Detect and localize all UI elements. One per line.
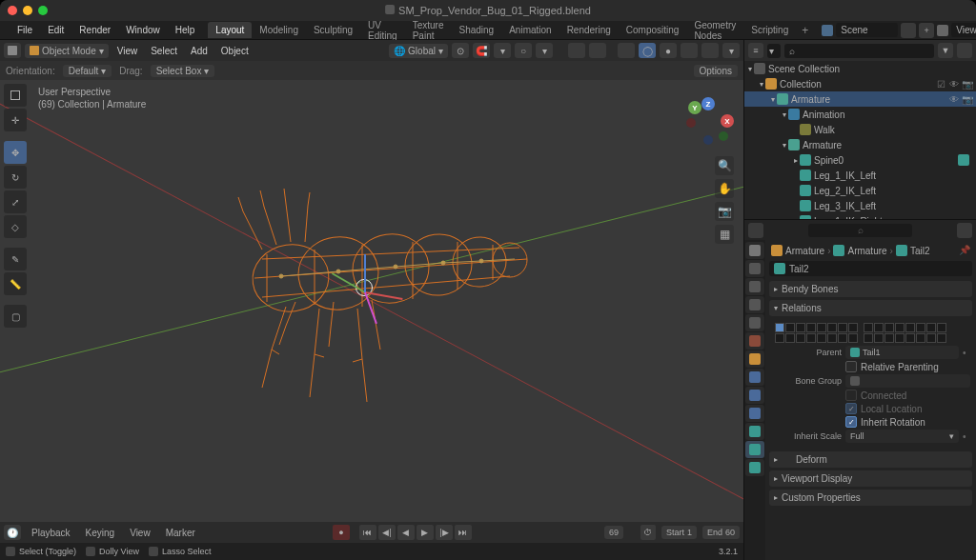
snap-options[interactable]: ▾ <box>494 43 511 58</box>
outliner-bone-spine0[interactable]: ▸ Spine0 <box>744 152 976 168</box>
workspace-compositing[interactable]: Compositing <box>619 22 687 38</box>
viewport-menu-select[interactable]: Select <box>146 44 182 58</box>
outliner-scene-collection[interactable]: ▾ Scene Collection <box>744 61 976 76</box>
keyframe-next-button[interactable]: |▶ <box>436 525 453 540</box>
bc-bone[interactable]: Tail2 <box>910 246 930 256</box>
timeline-editor-type[interactable]: 🕐 <box>4 525 21 540</box>
maximize-window-button[interactable] <box>38 6 48 15</box>
tab-output[interactable] <box>745 278 764 295</box>
render-icon[interactable]: 📷 <box>962 94 972 105</box>
panel-bendy-bones[interactable]: ▸Bendy Bones <box>769 281 972 297</box>
viewport-menu-add[interactable]: Add <box>186 44 213 58</box>
tab-bone[interactable] <box>745 441 764 458</box>
viewlayer-selector[interactable]: ViewLayer <box>951 23 976 37</box>
axis-y-negative[interactable] <box>719 131 728 141</box>
panel-relations[interactable]: ▾Relations <box>769 300 972 316</box>
jump-end-button[interactable]: ⏭ <box>455 525 472 540</box>
navigation-gizmo[interactable]: X Y Z <box>684 97 736 149</box>
scene-selector[interactable]: Scene <box>836 23 898 37</box>
timeline-marker-menu[interactable]: Marker <box>161 526 200 540</box>
proportional-falloff[interactable]: ▾ <box>536 43 553 58</box>
workspace-layout[interactable]: Layout <box>208 22 252 38</box>
preview-range-toggle[interactable]: ⏱ <box>640 525 656 540</box>
workspace-modeling[interactable]: Modeling <box>252 22 306 38</box>
workspace-scripting[interactable]: Scripting <box>743 22 796 38</box>
tab-scene[interactable] <box>745 314 764 331</box>
tab-physics[interactable] <box>745 387 764 404</box>
deform-checkbox[interactable] <box>782 454 792 465</box>
camera-view-button[interactable]: 📷 <box>715 202 734 221</box>
axis-z-positive[interactable]: Z <box>702 97 715 110</box>
outliner-display-mode[interactable]: ▾ <box>767 44 781 58</box>
xray-toggle[interactable] <box>618 43 635 58</box>
tool-rotate[interactable]: ↻ <box>4 166 27 189</box>
transform-orientation[interactable]: 🌐Global▾ <box>389 44 448 58</box>
tab-tool[interactable] <box>745 242 764 259</box>
tool-move[interactable]: ✥ <box>4 141 27 164</box>
zoom-button[interactable]: 🔍 <box>715 156 734 175</box>
outliner-collection[interactable]: ▾ Collection ☑👁📷 <box>744 76 976 91</box>
outliner-action-walk[interactable]: Walk <box>744 122 976 137</box>
workspace-rendering[interactable]: Rendering <box>559 22 619 38</box>
tab-world[interactable] <box>745 332 764 350</box>
tab-render[interactable] <box>745 260 764 277</box>
parent-bone-field[interactable]: Tail1 <box>845 346 959 359</box>
bc-armature-obj[interactable]: Armature <box>785 246 824 256</box>
inherit-rotation-checkbox[interactable] <box>845 416 857 428</box>
tab-constraints[interactable] <box>745 405 764 422</box>
gizmo-z-axis[interactable] <box>364 254 366 292</box>
properties-editor-type[interactable] <box>748 223 763 238</box>
tool-cursor[interactable]: ✛ <box>4 109 27 131</box>
properties-search[interactable]: ⌕ <box>808 224 912 237</box>
timeline-keying-menu[interactable]: Keying <box>81 526 120 540</box>
play-button[interactable]: ▶ <box>417 525 434 540</box>
current-frame-field[interactable]: 69 <box>604 526 623 539</box>
scene-browse-button[interactable] <box>901 23 916 38</box>
menu-file[interactable]: File <box>11 23 38 37</box>
workspace-sculpting[interactable]: Sculpting <box>306 22 360 38</box>
properties-options[interactable] <box>957 223 972 238</box>
bc-armature-data[interactable]: Armature <box>847 246 886 256</box>
orientation-dropdown[interactable]: Default ▾ <box>63 65 112 77</box>
add-workspace-button[interactable]: + <box>796 24 814 37</box>
tab-modifier[interactable] <box>745 369 764 386</box>
auto-keying-toggle[interactable]: ● <box>333 525 350 540</box>
axis-y-positive[interactable]: Y <box>688 101 702 114</box>
exclude-icon[interactable]: ☑ <box>937 79 947 90</box>
axis-x-negative[interactable] <box>686 118 696 128</box>
panel-viewport-display[interactable]: ▸Viewport Display <box>769 470 972 487</box>
viewport-3d[interactable]: User Perspective (69) Collection | Armat… <box>0 80 743 522</box>
bone-name-field[interactable]: Tail2 <box>769 261 972 276</box>
shading-material[interactable] <box>681 43 698 58</box>
timeline-view-menu[interactable]: View <box>125 526 155 540</box>
menu-window[interactable]: Window <box>120 23 166 37</box>
panel-custom-properties[interactable]: ▸Custom Properties <box>769 490 972 506</box>
play-reverse-button[interactable]: ◀ <box>397 525 415 540</box>
outliner-editor-type[interactable]: ≡ <box>748 43 763 58</box>
outliner-bone-leg3l[interactable]: Leg_3_IK_Left <box>744 198 976 213</box>
tool-add-primitive[interactable]: ▢ <box>4 305 27 328</box>
keyframe-prev-button[interactable]: ◀| <box>378 525 396 540</box>
axis-z-negative[interactable] <box>703 135 713 145</box>
jump-start-button[interactable]: ⏮ <box>359 525 376 540</box>
mode-selector[interactable]: Object Mode▾ <box>25 44 109 58</box>
bone-group-field[interactable] <box>845 374 970 388</box>
tab-viewlayer[interactable] <box>745 296 764 313</box>
inherit-scale-dropdown[interactable]: Full▾ <box>845 430 959 443</box>
outliner-tree[interactable]: ▾ Scene Collection ▾ Collection ☑👁📷 ▾ Ar… <box>744 61 976 219</box>
workspace-animation[interactable]: Animation <box>501 22 559 38</box>
tool-measure[interactable]: 📏 <box>4 272 27 295</box>
proportional-toggle[interactable]: ○ <box>515 43 532 58</box>
tool-transform[interactable]: ◇ <box>4 215 27 238</box>
pin-icon[interactable]: 📌 <box>959 245 970 256</box>
editor-type-button[interactable] <box>4 43 21 58</box>
tab-object[interactable] <box>745 350 764 368</box>
shading-wireframe[interactable]: ◯ <box>639 43 656 58</box>
viewport-menu-object[interactable]: Object <box>216 44 254 58</box>
menu-help[interactable]: Help <box>170 23 201 37</box>
tool-annotate[interactable]: ✎ <box>4 248 27 270</box>
viewport-menu-view[interactable]: View <box>112 44 143 58</box>
outliner-armature-object[interactable]: ▾ Armature 👁📷 <box>744 91 976 107</box>
anim-dot-icon2[interactable]: • <box>963 431 970 442</box>
options-dropdown[interactable]: Options <box>694 65 738 77</box>
